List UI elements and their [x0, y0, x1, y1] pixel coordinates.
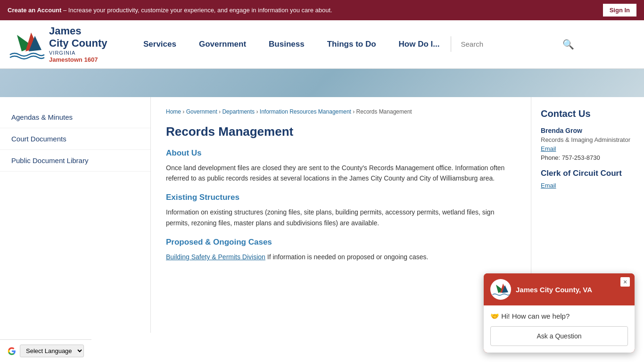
- top-banner: Create an Account – Increase your produc…: [0, 0, 644, 20]
- ask-question-button[interactable]: Ask a Question: [490, 326, 628, 333]
- chat-logo-icon: [491, 280, 510, 299]
- create-account-link[interactable]: Create an Account: [8, 7, 61, 14]
- chat-widget: James City County, VA × 🤝 Hi! How can we…: [484, 273, 635, 333]
- nav-how-do-i[interactable]: How Do I...: [388, 30, 451, 58]
- page-title: Records Management: [166, 124, 516, 139]
- clerk-title: Clerk of Circuit Court: [541, 169, 635, 178]
- chat-logo: [490, 279, 511, 300]
- contact-email-link[interactable]: Email: [541, 145, 635, 152]
- logo-text: James City County VIRGINIA Jamestown 160…: [49, 25, 107, 64]
- chat-header: James City County, VA ×: [484, 273, 635, 305]
- clerk-email-link[interactable]: Email: [541, 182, 635, 189]
- contact-us-title: Contact Us: [541, 108, 635, 119]
- nav-things-to-do[interactable]: Things to Do: [316, 30, 388, 58]
- chat-greeting: 🤝 Hi! How can we help?: [490, 312, 628, 321]
- logo-virginia: VIRGINIA: [49, 50, 107, 56]
- breadcrumb-irm[interactable]: Information Resources Management: [260, 108, 351, 115]
- chat-body: 🤝 Hi! How can we help? Ask a Question: [484, 305, 635, 333]
- section-proposed-text: Building Safety & Permits Division If in…: [166, 252, 516, 262]
- logo-line1: James: [49, 25, 107, 37]
- logo-jamestown: Jamestown 1607: [49, 56, 107, 64]
- nav-area: Services Government Business Things to D…: [127, 20, 644, 68]
- nav-government[interactable]: Government: [188, 30, 257, 58]
- logo-area: James City County VIRGINIA Jamestown 160…: [0, 20, 127, 68]
- logo-line2: City County: [49, 37, 107, 49]
- section-existing-text: Information on existing structures (zoni…: [166, 207, 516, 228]
- search-input[interactable]: [459, 36, 562, 52]
- section-about-text: Once land development files are closed t…: [166, 163, 516, 184]
- section-about-title: About Us: [166, 148, 516, 158]
- section-proposed-after-text: If information is needed on proposed or …: [267, 253, 429, 261]
- search-button[interactable]: 🔍: [562, 39, 574, 50]
- sign-in-button[interactable]: Sign In: [603, 4, 636, 16]
- sidebar: Agendas & Minutes Court Documents Public…: [0, 97, 151, 333]
- sidebar-item-court[interactable]: Court Documents: [0, 128, 150, 150]
- header: James City County VIRGINIA Jamestown 160…: [0, 20, 644, 69]
- building-safety-link[interactable]: Building Safety & Permits Division: [166, 253, 265, 261]
- contact-name: Brenda Grow: [541, 127, 635, 134]
- contact-role: Records & Imaging Administrator: [541, 136, 635, 143]
- chat-close-button[interactable]: ×: [620, 277, 630, 287]
- breadcrumb: Home › Government › Departments › Inform…: [166, 108, 516, 115]
- breadcrumb-home[interactable]: Home: [166, 108, 181, 115]
- main-nav: Services Government Business Things to D…: [127, 20, 644, 68]
- sidebar-item-library[interactable]: Public Document Library: [0, 150, 150, 172]
- breadcrumb-current: Records Management: [356, 108, 412, 115]
- logo-icon: [8, 25, 45, 63]
- banner-message: Create an Account – Increase your produc…: [8, 7, 332, 14]
- search-area: 🔍: [451, 36, 583, 52]
- hero-image: [0, 69, 644, 97]
- section-proposed-title: Proposed & Ongoing Cases: [166, 238, 516, 247]
- nav-services[interactable]: Services: [132, 30, 188, 58]
- content-area: Home › Government › Departments › Inform…: [151, 97, 531, 333]
- sidebar-item-agendas[interactable]: Agendas & Minutes: [0, 107, 150, 128]
- section-existing-title: Existing Structures: [166, 193, 516, 202]
- contact-phone: Phone: 757-253-8730: [541, 154, 635, 161]
- banner-text: – Increase your productivity, customize …: [63, 7, 332, 14]
- breadcrumb-government[interactable]: Government: [186, 108, 217, 115]
- breadcrumb-departments[interactable]: Departments: [222, 108, 255, 115]
- nav-business[interactable]: Business: [257, 30, 316, 58]
- chat-county-name: James City County, VA: [516, 286, 592, 294]
